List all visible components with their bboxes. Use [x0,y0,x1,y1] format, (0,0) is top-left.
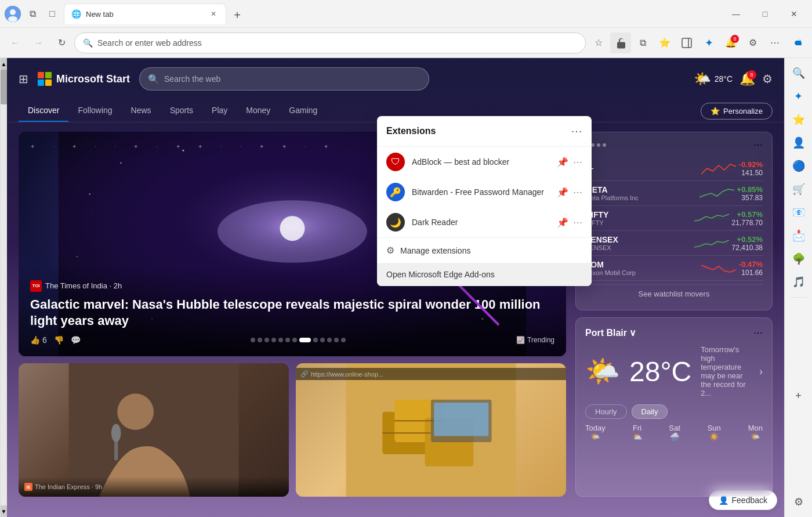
darkreader-pin-icon[interactable]: 📌 [557,217,568,228]
page-notification-button[interactable]: 🔔 8 [740,71,755,86]
header-weather-widget[interactable]: 🌤️ 28°C [694,71,733,87]
more-button[interactable]: ⋯ [764,32,785,53]
nav-tab-following[interactable]: Following [68,100,121,122]
see-movers-button[interactable]: See watchlist movers [585,284,763,303]
extensions-button[interactable] [610,32,631,53]
svg-point-18 [77,256,78,257]
ext-item-bitwarden[interactable]: 🔑 Bitwarden - Free Password Manager 📌 ⋯ [377,177,592,207]
header-search[interactable]: 🔍 [139,67,429,91]
copilot-button[interactable]: ✦ [698,32,719,53]
edge-icon-button[interactable] [786,32,807,53]
workspace-button[interactable]: □ [44,6,60,22]
small-card-1-source: IE The Indian Express · 9h [24,483,283,491]
nav-tab-money[interactable]: Money [237,100,280,122]
manage-extensions-item[interactable]: ⚙ Manage extensions [377,237,592,263]
address-text: Search or enter web address [97,38,577,48]
small-card-1-source-name: The Indian Express · 9h [35,483,102,490]
minimize-button[interactable]: — [723,5,749,23]
like-button[interactable]: 👍 6 [30,335,47,345]
scroll-thumb[interactable] [1,70,7,104]
weather-main: 🌤️ 28°C Tomorrow's high temperature may … [585,345,763,397]
stock-more-button[interactable]: ⋯ [753,139,763,150]
weather-location[interactable]: Port Blair ∨ [585,327,636,338]
profile-avatar[interactable] [5,6,21,22]
stock-row-5[interactable]: XOM Exxon Mobil Corp -0.47% 101.66 [585,256,763,281]
weather-tab-daily[interactable]: Daily [632,404,668,419]
header-search-input[interactable] [164,74,420,84]
search-icon: 🔍 [83,38,93,48]
personalize-button[interactable]: ⭐ Personalize [701,103,773,120]
sidebar-settings-bottom-icon[interactable]: ⚙ [788,491,809,512]
open-addons-item[interactable]: Open Microsoft Edge Add-ons [377,263,592,286]
stock-row-1[interactable]: — -0.92% 141.50 [585,156,763,181]
adblock-pin-icon[interactable]: 📌 [557,157,568,168]
new-tab-button[interactable]: + [229,7,246,24]
dot-11 [327,338,332,342]
sidebar-copilot-icon[interactable]: ✦ [788,86,809,107]
close-button[interactable]: ✕ [781,5,807,23]
settings-gear-button[interactable]: ⚙ [742,32,763,53]
sidebar-tree-icon[interactable]: 🌳 [788,248,809,269]
small-card-2[interactable]: 🔗 https://www.online-shop... [296,363,566,497]
small-source-logo-1: IE [24,483,32,491]
forward-button[interactable]: → [28,32,49,53]
small-card-1[interactable]: IE The Indian Express · 9h [19,363,289,497]
trending-text: Trending [527,336,554,344]
nav-tab-discover[interactable]: Discover [19,100,68,122]
edge-sidebar: 🔍 ✦ ⭐ 👤 🔵 🛒 📧 📩 🌳 🎵 + ⚙ [784,58,812,517]
sidebar-outlook-icon[interactable]: 📧 [788,202,809,223]
ext-item-darkreader[interactable]: 🌙 Dark Reader 📌 ⋯ [377,207,592,237]
sidebar-bing-icon[interactable]: 🔵 [788,156,809,176]
favorites-button[interactable]: ☆ [588,32,609,53]
back-button[interactable]: ← [5,32,26,53]
stock-5-values: -0.47% 101.66 [739,260,763,277]
nav-tab-play[interactable]: Play [202,100,237,122]
split-screen-button[interactable]: ⧉ [632,32,653,53]
comment-button[interactable]: 💬 [71,335,81,345]
nav-tab-sports[interactable]: Sports [161,100,202,122]
refresh-button[interactable]: ↻ [51,32,72,53]
collections-button[interactable]: ⭐ [654,32,675,53]
ext-item-adblock[interactable]: 🛡 AdBlock — best ad blocker 📌 ⋯ [377,147,592,177]
like-icon: 👍 [30,335,40,345]
sidebar-profile-icon[interactable]: 👤 [788,132,809,153]
sidebar-mail-icon[interactable]: 📩 [788,225,809,246]
darkreader-more-icon[interactable]: ⋯ [573,217,582,228]
active-tab[interactable]: 🌐 New tab ✕ [64,3,226,24]
stock-row-2[interactable]: META Meta Platforms Inc +0.85% 357.83 [585,181,763,206]
main-scrollbar[interactable]: ▲ ▼ [0,58,7,517]
weather-chevron-right[interactable]: › [759,366,763,378]
tab-close-button[interactable]: ✕ [208,9,219,19]
address-bar[interactable]: 🔍 Search or enter web address [74,32,586,53]
maximize-button[interactable]: □ [752,5,778,23]
stock-row-4[interactable]: SENSEX SENSEX +0.52% 72,410.38 [585,231,763,256]
nav-tab-gaming[interactable]: Gaming [280,100,327,122]
sidebar-button[interactable] [676,32,697,53]
scroll-up[interactable]: ▲ [1,58,7,70]
bitwarden-more-icon[interactable]: ⋯ [573,187,582,198]
microsoft-logo[interactable]: Microsoft Start [38,72,130,86]
dislike-button[interactable]: 👎 [54,335,64,345]
ms-logo-green [45,72,52,78]
adblock-more-icon[interactable]: ⋯ [573,157,582,168]
sidebar-add-button[interactable]: + [788,385,809,406]
notifications-button[interactable]: 🔔 8 [720,32,741,53]
weather-more-button[interactable]: ⋯ [753,327,763,338]
sidebar-search-icon[interactable]: 🔍 [788,63,809,84]
stock-4-chart [691,234,732,252]
nav-tab-news[interactable]: News [122,100,161,122]
weather-tab-hourly[interactable]: Hourly [585,404,627,419]
tab-switcher-button[interactable]: ⧉ [24,6,41,22]
sidebar-music-icon[interactable]: 🎵 [788,272,809,292]
sidebar-shopping-icon[interactable]: 🛒 [788,179,809,200]
popup-more-button[interactable]: ⋯ [571,124,582,138]
grid-icon[interactable]: ⊞ [19,72,28,86]
page-settings-button[interactable]: ⚙ [762,72,773,86]
sidebar-collections-icon[interactable]: ⭐ [788,109,809,130]
stock-row-3[interactable]: NIFTY NIFTY +0.57% 21,778.70 [585,206,763,231]
bitwarden-pin-icon[interactable]: 📌 [557,187,568,198]
darkreader-actions: 📌 ⋯ [557,217,582,228]
trending-badge: 📈 Trending [516,336,554,344]
stock-card-header: ⋯ [585,139,763,150]
scroll-down[interactable]: ▼ [1,505,7,517]
